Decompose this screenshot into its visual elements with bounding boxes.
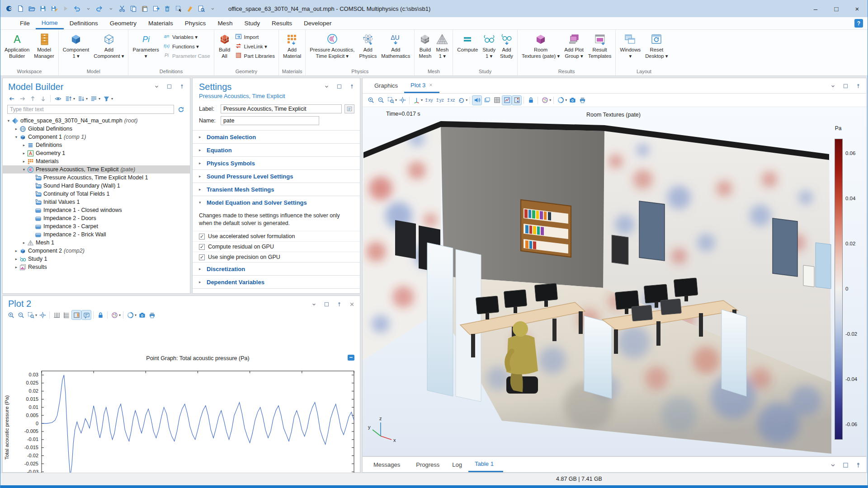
tree-item-continuity-of-total-fields-1[interactable]: DContinuity of Total Fields 1 [3, 190, 190, 198]
help-button[interactable]: ? [854, 19, 863, 28]
panel-menu-icon[interactable] [828, 81, 837, 90]
section-equation[interactable]: ▸Equation [193, 143, 360, 156]
zoom-in-icon[interactable] [366, 96, 375, 105]
tab-log[interactable]: Log [446, 457, 468, 472]
tree-expander-icon[interactable]: ▸ [13, 249, 19, 253]
tree-expander-icon[interactable]: ▸ [21, 240, 27, 245]
tab-progress[interactable]: Progress [410, 457, 446, 472]
close-button[interactable]: × [847, 0, 868, 17]
part-libraries-button[interactable]: Part Libraries [235, 52, 275, 60]
build-mesh-button[interactable]: Build Mesh [416, 32, 434, 60]
zoom-out-icon[interactable] [376, 96, 385, 105]
expand-all-icon[interactable] [76, 94, 85, 103]
default-view-icon[interactable] [412, 96, 421, 105]
maximize-button[interactable]: □ [826, 0, 847, 17]
redo-icon[interactable] [95, 5, 104, 13]
checkbox-use-accelerated-solver-formulation[interactable]: ✓Use accelerated solver formulation [193, 231, 360, 241]
y-grid-icon[interactable] [62, 310, 71, 319]
panel-maximize-icon[interactable] [841, 81, 850, 90]
tree-item-mesh-1[interactable]: ▸Mesh 1 [3, 239, 190, 247]
rename-button[interactable] [344, 104, 354, 113]
menu-developer[interactable]: Developer [298, 17, 338, 29]
new-file-icon[interactable] [16, 5, 24, 13]
save-icon[interactable] [39, 5, 47, 13]
tree-filter-input[interactable] [7, 105, 174, 114]
panel-menu-icon[interactable] [322, 82, 331, 91]
zoom-extents-icon[interactable] [38, 310, 47, 319]
add-plot-group-button[interactable]: Add Plot Group ▾ [562, 32, 586, 60]
section-dependent-variables[interactable]: ▸Dependent Variables [193, 275, 360, 288]
tab-table-1[interactable]: Table 1 [468, 457, 503, 472]
move-down-icon[interactable] [38, 94, 47, 103]
tree-expander-icon[interactable]: ▸ [13, 257, 19, 261]
menu-definitions[interactable]: Definitions [64, 17, 104, 29]
tree-expander-icon[interactable]: ▸ [13, 265, 19, 269]
panel-menu-icon[interactable] [828, 460, 837, 469]
tree-item-pressure-acoustics-time-explicit[interactable]: ▾Pressure Acoustics, Time Explicit(pate) [3, 165, 190, 174]
zoom-out-icon[interactable] [16, 310, 25, 319]
menu-results[interactable]: Results [266, 17, 298, 29]
cut-icon[interactable] [118, 5, 126, 13]
highlight-icon[interactable] [186, 5, 194, 13]
print-icon[interactable] [578, 96, 587, 105]
zoom-extents-icon[interactable] [398, 96, 407, 105]
panel-pin-icon[interactable] [347, 82, 356, 91]
tree-item-study-1[interactable]: ▸Study 1 [3, 255, 190, 263]
undo-dropdown-icon[interactable] [84, 5, 92, 13]
tree-expander-icon[interactable]: ▾ [5, 118, 12, 123]
zoom-in-icon[interactable] [6, 310, 15, 319]
windows-button[interactable]: Windows ▾ [618, 32, 643, 60]
color-theme-icon[interactable] [110, 310, 119, 319]
forward-icon[interactable] [18, 94, 27, 103]
select-box-icon[interactable] [175, 5, 183, 13]
filter-icon[interactable] [102, 94, 111, 103]
tree-expander-icon[interactable]: ▸ [13, 127, 19, 131]
section-transient-mesh-settings[interactable]: ▸Transient Mesh Settings [193, 183, 360, 196]
preview-icon[interactable] [197, 5, 205, 13]
add-study-button[interactable]: Add Study [498, 32, 515, 60]
panel-pin-icon[interactable] [335, 300, 344, 309]
add-physics-button[interactable]: Add Physics [357, 32, 379, 60]
snapshot-icon[interactable] [137, 310, 146, 319]
panel-pin-icon[interactable] [854, 81, 863, 90]
panel-close-icon[interactable] [347, 300, 356, 309]
section-model-equation-and-solver-settings[interactable]: ▾Model Equation and Solver Settings [193, 196, 360, 209]
variables-button[interactable]: a=Variables ▾ [163, 33, 210, 41]
panel-menu-icon[interactable] [309, 300, 318, 309]
annotation-icon[interactable] [82, 310, 91, 319]
show-icon[interactable] [53, 94, 62, 103]
application-builder-button[interactable]: AApplication Builder [2, 32, 32, 60]
pressure-acoustics-button[interactable]: Pressure Acoustics, Time Explicit ▾ [307, 32, 357, 60]
checkbox-use-single-precision-on-gpu[interactable]: ✓Use single precision on GPU [193, 252, 360, 262]
sound-icon[interactable] [472, 96, 481, 105]
plot-settings-icon[interactable] [502, 96, 511, 105]
tree-item-impedance-3-carpet[interactable]: Impedance 3 - Carpet [3, 222, 190, 230]
name-input[interactable] [221, 116, 319, 125]
tree-item-office-space-63-30t0-n4-ma-out-mph[interactable]: ▾office_space_63_30T0_N4_ma_out.mph(root… [3, 117, 190, 125]
view-xy-button[interactable]: ↥xy [424, 98, 434, 103]
label-input[interactable] [221, 104, 342, 113]
back-icon[interactable] [7, 94, 16, 103]
menu-geometry[interactable]: Geometry [104, 17, 142, 29]
checkbox-compute-residual-on-gpu[interactable]: ✓Compute residual on GPU [193, 241, 360, 252]
delete-icon[interactable] [163, 5, 171, 13]
collapse-all-icon[interactable] [64, 94, 73, 103]
animate-icon[interactable] [126, 310, 135, 319]
build-all-button[interactable]: Build All [216, 32, 233, 60]
paste-icon[interactable] [141, 5, 149, 13]
parameters-button[interactable]: PiParameters ▾ [130, 32, 161, 60]
panel-pin-icon[interactable] [854, 460, 863, 469]
open-file-icon[interactable] [28, 5, 36, 13]
panel-maximize-icon[interactable] [165, 82, 174, 91]
panel-pin-icon[interactable] [177, 82, 186, 91]
redo-dropdown-icon[interactable] [107, 5, 115, 13]
rotate-view-icon[interactable] [457, 96, 466, 105]
reset-desktop-button[interactable]: Reset Desktop ▾ [643, 32, 670, 60]
add-material-button[interactable]: Add Material [281, 32, 303, 60]
tree-item-component-1[interactable]: ▾Component 1(comp 1) [3, 133, 190, 141]
duplicate-icon[interactable] [152, 5, 160, 13]
mesh-1-button[interactable]: Mesh 1 ▾ [434, 32, 451, 60]
tree-item-definitions[interactable]: ▸Definitions [3, 141, 190, 149]
study-1-button[interactable]: Study 1 ▾ [480, 32, 498, 60]
tree-expander-icon[interactable]: ▸ [21, 143, 27, 147]
